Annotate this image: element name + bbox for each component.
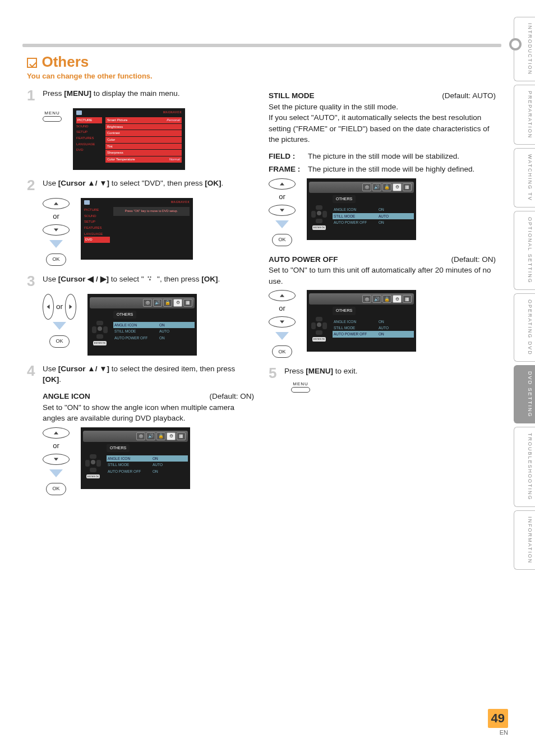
- step-4-btn2: [OK]: [43, 375, 59, 384]
- frame-val: The picture in the still mode will be hi…: [308, 164, 496, 175]
- arrow-down-icon: [275, 332, 289, 340]
- row-still-v: AUTO: [379, 325, 389, 330]
- others-label: OTHERS: [333, 307, 356, 315]
- step-4-num: 4: [27, 363, 37, 385]
- brand-label: MAGNAVOX: [163, 110, 182, 114]
- arrow-down-icon: [53, 322, 66, 330]
- opt-color-temp-v: Normal: [169, 157, 180, 162]
- others-label: OTHERS: [333, 195, 356, 203]
- still-mode-title: STILL MODE: [269, 90, 315, 102]
- menu-sound: SOUND: [84, 213, 110, 219]
- step-5-btn: [MENU]: [306, 367, 333, 375]
- step-3-post: .: [218, 275, 220, 283]
- still-mode-v: AUTO: [159, 329, 169, 334]
- step-4-btn: [Cursor ▲/ ▼]: [58, 365, 109, 373]
- step-2-pre: Use: [43, 179, 58, 187]
- step-4: 4 Use [Cursor ▲/ ▼] to select the desire…: [27, 363, 254, 385]
- others-bar-icon: ⚙: [173, 299, 182, 307]
- main-menu-screen: MAGNAVOX PICTURE SOUND SETUP FEATURES LA…: [73, 108, 185, 170]
- others-label: OTHERS: [107, 444, 130, 452]
- tab-troubleshooting: TROUBLESHOOTING: [514, 427, 535, 507]
- dvd-menu-screen: MAGNAVOX PICTURE SOUND SETUP FEATURES LA…: [81, 198, 193, 260]
- step-2-btn: [Cursor ▲/ ▼]: [58, 179, 109, 187]
- section-title-text: Others: [41, 53, 89, 70]
- row-angle-k: ANGLE ICON: [334, 319, 379, 324]
- cursor-down-icon: [43, 454, 70, 465]
- field-key: FIELD :: [269, 151, 303, 162]
- step-3-btn: [Cursor ◀ / ▶]: [58, 275, 109, 283]
- dvd-note: Press "OK" key to move to DVD setup.: [113, 207, 190, 216]
- enter-ok-label: ENTER:OK: [93, 341, 107, 345]
- tab-information: INFORMATION: [514, 510, 535, 570]
- step-1: 1 Press [MENU] to display the main menu.: [27, 88, 254, 103]
- audio-icon: 🔊: [372, 183, 381, 191]
- frame-key: FRAME :: [269, 164, 303, 175]
- ok-button-icon: OK: [46, 253, 66, 266]
- still-mode-desc2: If you select "AUTO", it automatically s…: [269, 112, 496, 145]
- step-2-post: .: [221, 179, 223, 187]
- step-1-btn: [MENU]: [64, 89, 91, 98]
- row-still-v: AUTO: [379, 214, 389, 219]
- row-angle-v: ON: [153, 456, 158, 461]
- audio-icon: 🔊: [372, 295, 381, 303]
- others-bar-icon: ⚙: [393, 295, 402, 303]
- or-label: or: [53, 211, 59, 222]
- angle-icon-title: ANGLE ICON: [43, 391, 90, 402]
- step-2-num: 2: [27, 178, 37, 192]
- lock-icon: 🔒: [156, 432, 165, 440]
- still-mode-desc1: Set the picture quality in the still mod…: [269, 102, 496, 113]
- auto-power-default: (Default: ON): [451, 254, 496, 265]
- dpad-up-down: or OK: [269, 290, 296, 358]
- cursor-down-icon: [269, 316, 296, 328]
- disc-icon: ◎: [136, 432, 145, 440]
- dpad-up-down: or OK: [269, 178, 296, 246]
- ok-button-icon: OK: [272, 345, 292, 358]
- step-2-btn2: [OK]: [205, 179, 221, 187]
- ok-button-icon: OK: [49, 335, 70, 348]
- page-number: 49 EN: [488, 709, 508, 736]
- menu-language: LANGUAGE: [76, 141, 102, 147]
- misc-icon: ▦: [183, 299, 192, 307]
- opt-contrast: Contrast: [107, 131, 120, 136]
- opt-color: Color: [107, 137, 115, 142]
- cursor-widget-icon: ENTER:OK: [92, 321, 108, 345]
- row-angle-k: ANGLE ICON: [108, 456, 153, 461]
- step-4-post: .: [59, 375, 61, 384]
- lock-icon: 🔒: [382, 183, 391, 191]
- cursor-right-icon: [65, 294, 76, 320]
- misc-icon: ▦: [177, 432, 186, 440]
- brand-label: MAGNAVOX: [171, 200, 190, 204]
- top-icon-bar: ◎ 🔊 🔒 ⚙ ▦: [90, 297, 195, 308]
- step-3-mid2: ", then press: [155, 275, 201, 283]
- step-1-pre: Press: [43, 89, 64, 98]
- step-5-num: 5: [269, 366, 279, 395]
- enter-ok-label: ENTER:OK: [312, 225, 326, 230]
- opt-tint: Tint: [107, 144, 113, 149]
- dpad-up-down: or OK: [43, 198, 70, 266]
- cursor-up-icon: [43, 198, 70, 209]
- ring-icon: [509, 38, 522, 50]
- angle-icon-desc: Set to "ON" to show the angle icon when …: [43, 402, 254, 424]
- or-label: or: [279, 303, 285, 314]
- opt-color-temp: Color Temperature: [107, 157, 135, 162]
- menu-setup: SETUP: [84, 219, 110, 225]
- enter-ok-label: ENTER:OK: [86, 474, 100, 479]
- auto-power-v: ON: [159, 335, 165, 340]
- disc-icon: ◎: [143, 299, 152, 307]
- ok-button-icon: OK: [46, 483, 66, 495]
- row-auto-k: AUTO POWER OFF: [108, 469, 153, 474]
- or-label: or: [53, 441, 59, 451]
- step-5-post: to exit.: [333, 367, 358, 375]
- auto-power-desc: Set to "ON" to turn this unit off automa…: [269, 265, 496, 287]
- angle-icon-v: ON: [159, 322, 165, 328]
- auto-power-screen: ◎ 🔊 🔒 ⚙ ▦ ENTER:OK OTHERS: [307, 290, 416, 352]
- step-2: 2 Use [Cursor ▲/ ▼] to select "DVD", the…: [27, 178, 254, 192]
- check-icon: [27, 58, 37, 68]
- left-column: 1 Press [MENU] to display the main menu.…: [27, 88, 254, 503]
- page-lang: EN: [488, 729, 508, 736]
- still-screen: ◎ 🔊 🔒 ⚙ ▦ ENTER:OK OTHERS: [307, 178, 416, 240]
- row-angle-v: ON: [379, 207, 384, 212]
- row-auto-v: ON: [153, 469, 158, 474]
- row-auto-k: AUTO POWER OFF: [334, 331, 379, 336]
- tab-dvd-setting: DVD SETTING: [514, 365, 535, 424]
